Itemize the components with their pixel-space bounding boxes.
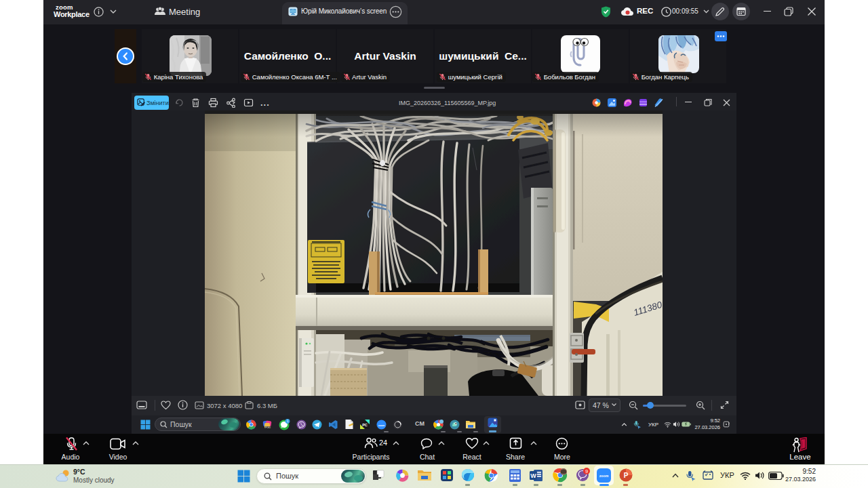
svg-text:POKI: POKI [265, 426, 271, 429]
svg-text:zoom: zoom [378, 424, 384, 427]
svg-text:W: W [530, 472, 536, 479]
svg-text:9: 9 [585, 468, 588, 474]
svg-text:zoom: zoom [599, 474, 609, 478]
svg-text:PC: PC [362, 423, 368, 427]
svg-text:P: P [624, 472, 629, 479]
